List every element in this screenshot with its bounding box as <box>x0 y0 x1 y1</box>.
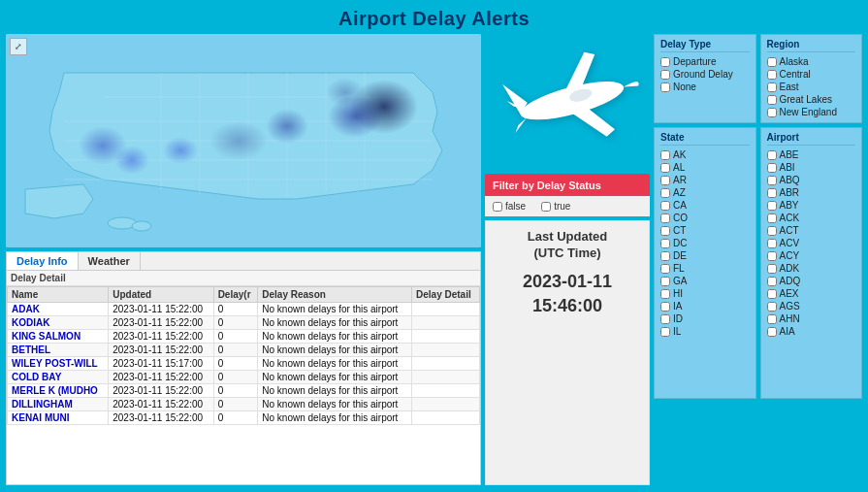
airport-abr[interactable]: ABR <box>767 186 856 199</box>
airport-act[interactable]: ACT <box>767 224 856 237</box>
airport-aex-checkbox[interactable] <box>767 289 777 299</box>
state-filter-box[interactable]: State AK AL AR AZ CA CO CT DC DE FL GA H… <box>654 127 756 399</box>
airport-adq[interactable]: ADQ <box>767 275 856 287</box>
state-id-checkbox[interactable] <box>660 314 670 324</box>
state-ca[interactable]: CA <box>660 199 750 212</box>
airport-ags[interactable]: AGS <box>767 300 856 312</box>
delay-type-none[interactable]: None <box>660 81 750 93</box>
airport-aia[interactable]: AIA <box>767 325 856 338</box>
delay-status-true-checkbox[interactable] <box>541 202 551 212</box>
great-lakes-checkbox[interactable] <box>767 95 777 105</box>
last-updated-date: 2023-01-11 <box>523 272 612 291</box>
table-cell-4 <box>412 357 480 371</box>
table-cell-1: 2023-01-11 15:22:00 <box>109 330 213 344</box>
airport-abe[interactable]: ABE <box>767 148 856 161</box>
region-new-england[interactable]: New England <box>767 106 856 118</box>
state-al[interactable]: AL <box>660 161 750 174</box>
airport-ags-checkbox[interactable] <box>767 302 777 312</box>
state-hi-checkbox[interactable] <box>660 289 670 299</box>
airport-adk-checkbox[interactable] <box>767 264 777 274</box>
state-ct-checkbox[interactable] <box>660 226 670 236</box>
state-dc[interactable]: DC <box>660 237 750 249</box>
state-al-checkbox[interactable] <box>660 163 670 173</box>
region-alaska[interactable]: Alaska <box>767 55 856 68</box>
region-title: Region <box>767 39 856 52</box>
expand-icon[interactable]: ⤢ <box>10 38 27 55</box>
airport-adk[interactable]: ADK <box>767 262 856 275</box>
airport-acv-checkbox[interactable] <box>767 239 777 248</box>
state-ak-checkbox[interactable] <box>660 150 670 160</box>
ground-delay-checkbox[interactable] <box>660 70 670 80</box>
state-co-checkbox[interactable] <box>660 213 670 223</box>
central-checkbox[interactable] <box>767 70 777 80</box>
airport-act-checkbox[interactable] <box>767 226 777 236</box>
delay-type-ground[interactable]: Ground Delay <box>660 68 750 81</box>
delay-type-departure[interactable]: Departure <box>660 55 750 68</box>
state-id[interactable]: ID <box>660 312 750 325</box>
state-ca-checkbox[interactable] <box>660 201 670 211</box>
table-cell-1: 2023-01-11 15:22:00 <box>109 344 213 357</box>
table-cell-3: No known delays for this airport <box>258 330 412 344</box>
table-cell-2: 0 <box>213 411 258 425</box>
airport-abq[interactable]: ABQ <box>767 174 856 186</box>
east-checkbox[interactable] <box>767 82 777 92</box>
airport-abe-checkbox[interactable] <box>767 150 777 160</box>
alaska-checkbox[interactable] <box>767 57 777 67</box>
table-row: COLD BAY2023-01-11 15:22:000No known del… <box>8 371 480 384</box>
state-az[interactable]: AZ <box>660 186 750 199</box>
state-ga-checkbox[interactable] <box>660 277 670 286</box>
tab-delay-info[interactable]: Delay Info <box>7 252 79 270</box>
airport-aby[interactable]: ABY <box>767 199 856 212</box>
state-az-checkbox[interactable] <box>660 188 670 198</box>
airport-ack-checkbox[interactable] <box>767 213 777 223</box>
state-ar-checkbox[interactable] <box>660 176 670 185</box>
state-ia[interactable]: IA <box>660 300 750 312</box>
state-de-checkbox[interactable] <box>660 251 670 261</box>
main-layout: ⤢ <box>0 34 868 485</box>
col-reason: Delay Reason <box>258 287 412 303</box>
region-east[interactable]: East <box>767 81 856 93</box>
delay-status-true-option[interactable]: true <box>541 201 570 212</box>
state-hi[interactable]: HI <box>660 287 750 300</box>
bottom-filter-row: State AK AL AR AZ CA CO CT DC DE FL GA H… <box>654 127 862 485</box>
none-checkbox[interactable] <box>660 82 670 92</box>
state-ia-checkbox[interactable] <box>660 302 670 312</box>
table-cell-4 <box>412 303 480 316</box>
state-fl-checkbox[interactable] <box>660 264 670 274</box>
airport-acy[interactable]: ACY <box>767 249 856 262</box>
airport-ahn[interactable]: AHN <box>767 312 856 325</box>
svg-point-19 <box>209 121 268 160</box>
state-dc-checkbox[interactable] <box>660 239 670 248</box>
airport-aia-checkbox[interactable] <box>767 327 777 337</box>
airport-ack[interactable]: ACK <box>767 212 856 224</box>
airport-aex[interactable]: AEX <box>767 287 856 300</box>
state-ak[interactable]: AK <box>660 148 750 161</box>
airport-abi[interactable]: ABI <box>767 161 856 174</box>
region-central[interactable]: Central <box>767 68 856 81</box>
airport-adq-checkbox[interactable] <box>767 277 777 286</box>
airport-acv[interactable]: ACV <box>767 237 856 249</box>
airport-ahn-checkbox[interactable] <box>767 314 777 324</box>
state-ar[interactable]: AR <box>660 174 750 186</box>
state-il-checkbox[interactable] <box>660 327 670 337</box>
state-ct[interactable]: CT <box>660 224 750 237</box>
airport-abr-checkbox[interactable] <box>767 188 777 198</box>
svg-point-18 <box>114 146 149 175</box>
departure-checkbox[interactable] <box>660 57 670 67</box>
airport-aby-checkbox[interactable] <box>767 201 777 211</box>
tab-weather[interactable]: Weather <box>79 252 141 270</box>
delay-status-false-option[interactable]: false <box>493 201 526 212</box>
airport-acy-checkbox[interactable] <box>767 251 777 261</box>
table-scroll[interactable]: Name Updated Delay(r Delay Reason Delay … <box>7 286 480 484</box>
state-il[interactable]: IL <box>660 325 750 338</box>
airport-abq-checkbox[interactable] <box>767 176 777 185</box>
state-de[interactable]: DE <box>660 249 750 262</box>
airport-abi-checkbox[interactable] <box>767 163 777 173</box>
state-ga[interactable]: GA <box>660 275 750 287</box>
delay-status-false-checkbox[interactable] <box>493 202 502 212</box>
state-co[interactable]: CO <box>660 212 750 224</box>
region-great-lakes[interactable]: Great Lakes <box>767 93 856 106</box>
airport-filter-box[interactable]: Airport ABE ABI ABQ ABR ABY ACK ACT ACV … <box>760 127 863 399</box>
new-england-checkbox[interactable] <box>767 108 777 117</box>
state-fl[interactable]: FL <box>660 262 750 275</box>
